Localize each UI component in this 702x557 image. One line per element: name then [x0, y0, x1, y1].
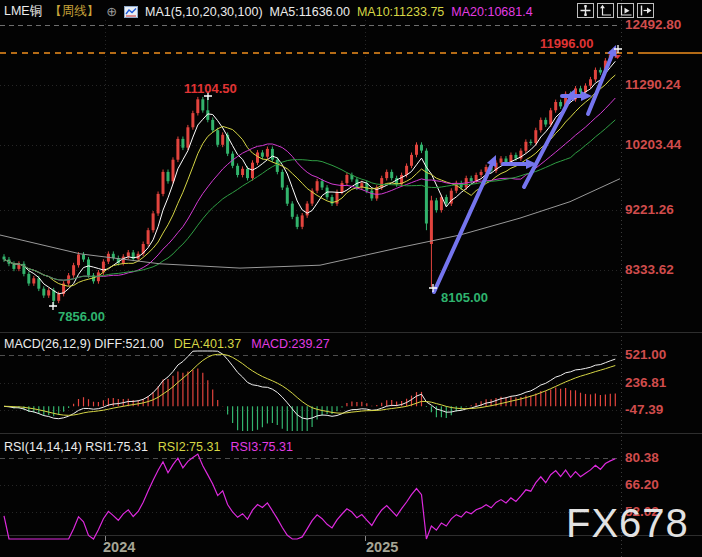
ma20-value: MA20:10681.4: [451, 5, 532, 19]
symbol-name: LME铜: [4, 3, 42, 20]
x-axis-zoom-icon[interactable]: [617, 3, 634, 18]
macd-diff-value: MACD(26,12,9) DIFF:521.00: [4, 337, 164, 351]
ma-settings-label: MA1(5,10,20,30,100): [145, 5, 262, 19]
pan-tool-icon[interactable]: [577, 3, 594, 18]
timeframe-label: 【周线】: [49, 3, 99, 20]
macd-dea-value: DEA:401.37: [174, 337, 241, 351]
ma5-value: MA5:11636.00: [270, 5, 350, 19]
macd-header: MACD(26,12,9) DIFF:521.00 DEA:401.37 MAC…: [4, 337, 330, 351]
chart-window: LME铜 【周线】 ⊕ MA1(5,10,20,30,100) MA5:1163…: [0, 0, 702, 557]
chart-toolbar: [577, 3, 654, 18]
chart-type-icon[interactable]: [124, 6, 138, 18]
price-chart-canvas[interactable]: [0, 0, 702, 557]
add-indicator-icon[interactable]: ⊕: [106, 4, 117, 19]
macd-hist-value: MACD:239.27: [251, 337, 330, 351]
rsi-header: RSI(14,14,14) RSI1:75.31 RSI2:75.31 RSI3…: [4, 440, 293, 454]
rsi3-value: RSI3:75.31: [230, 440, 293, 454]
chart-header: LME铜 【周线】 ⊕ MA1(5,10,20,30,100) MA5:1163…: [4, 3, 533, 20]
rsi2-value: RSI2:75.31: [158, 440, 221, 454]
scroll-to-latest-icon[interactable]: [637, 3, 654, 18]
rsi1-value: RSI(14,14,14) RSI1:75.31: [4, 440, 148, 454]
fx678-watermark: FX678: [566, 501, 689, 546]
y-axis-zoom-icon[interactable]: [597, 3, 614, 18]
ma10-value: MA10:11233.75: [357, 5, 444, 19]
